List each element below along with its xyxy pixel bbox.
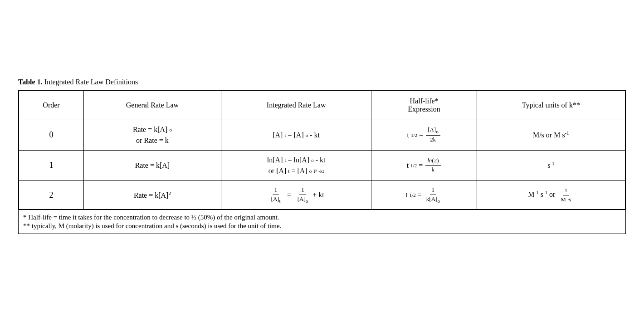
footnote-double-star: ** typically, M (molarity) is used for c… [23, 222, 621, 230]
footnotes: * Half-life = time it takes for the conc… [18, 210, 626, 234]
order-1: 1 [19, 150, 84, 180]
table-row: 0 Rate = k[A]o or Rate = k [A]t = [A]o -… [19, 120, 625, 150]
header-integrated-rate-law: Integrated Rate Law [221, 90, 371, 120]
units-0: M/s or M s-1 [477, 120, 625, 150]
integrated-rate-law-0: [A]t = [A]o - kt [221, 120, 371, 150]
integrated-rate-law-2: 1 [A]t = 1 [A]o + kt [221, 180, 371, 210]
table-row: 2 Rate = k[A]2 1 [A]t = 1 [A]o [19, 180, 625, 210]
halflife-1: t1/2 = ln(2) k [371, 150, 477, 180]
general-rate-law-2: Rate = k[A]2 [84, 180, 221, 210]
order-2: 2 [19, 180, 84, 210]
table-row: 1 Rate = k[A] ln[A]t = ln[A]o - kt or [A… [19, 150, 625, 180]
main-container: Table 1. Integrated Rate Law Definitions… [18, 78, 626, 234]
header-order: Order [19, 90, 84, 120]
header-typical-units: Typical units of k** [477, 90, 625, 120]
table-caption: Table 1. Integrated Rate Law Definitions [18, 78, 626, 86]
footnote-star: * Half-life = time it takes for the conc… [23, 214, 621, 221]
halflife-2: t1/2 = 1 k[A]o [371, 180, 477, 210]
rate-law-table: Order General Rate Law Integrated Rate L… [18, 90, 626, 210]
integrated-rate-law-1: ln[A]t = ln[A]o - kt or [A]t = [A]oe-kt [221, 150, 371, 180]
order-0: 0 [19, 120, 84, 150]
general-rate-law-1: Rate = k[A] [84, 150, 221, 180]
table-header-row: Order General Rate Law Integrated Rate L… [19, 90, 625, 120]
units-2: M-1 s-1 or 1 M ·s [477, 180, 625, 210]
table-label: Table 1. [18, 78, 43, 86]
general-rate-law-0: Rate = k[A]o or Rate = k [84, 120, 221, 150]
halflife-0: t1/2 = [A]o 2k [371, 120, 477, 150]
header-halflife: Half-life*Expression [371, 90, 477, 120]
header-general-rate-law: General Rate Law [84, 90, 221, 120]
units-1: s-1 [477, 150, 625, 180]
